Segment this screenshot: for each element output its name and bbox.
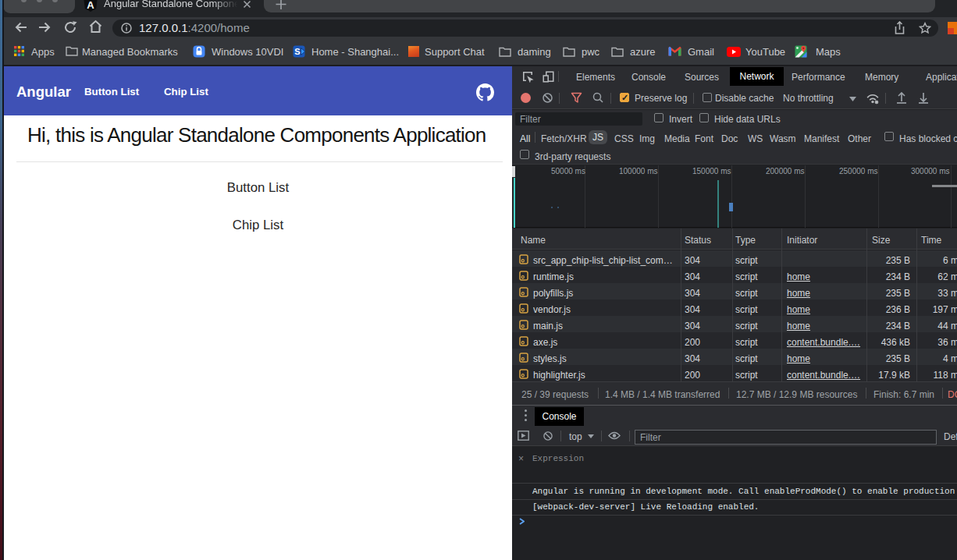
svg-text:S: S — [294, 47, 300, 56]
svg-text:A: A — [87, 0, 94, 11]
